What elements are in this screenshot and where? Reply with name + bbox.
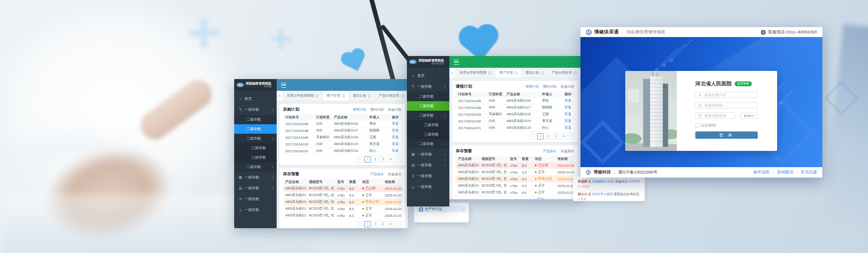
view-link[interactable]: 查看 <box>565 126 571 130</box>
page-button[interactable]: ‹ <box>529 198 536 199</box>
footer-link[interactable]: 操作说明 <box>753 169 777 175</box>
expiry-cell: 2025-01-01 <box>555 177 574 181</box>
captcha-box[interactable]: 6+8=? <box>741 112 758 119</box>
view-link[interactable]: 查看 <box>565 98 571 103</box>
sidebar-item-icon: △ <box>238 208 243 212</box>
main-content: 采购计划 领用计划预约计划高值计划 计划单号订货科室产品名称申请人操作 2017… <box>277 101 408 228</box>
view-link[interactable]: 查看 <box>565 119 571 123</box>
sidebar-item-label: 二级导航 <box>246 117 261 122</box>
plan-type-link[interactable]: 预约计划 <box>370 108 384 112</box>
password-input[interactable] <box>703 103 757 108</box>
sidebar-item[interactable]: 二级导航 ∧ <box>234 134 277 143</box>
page-button[interactable]: 2 <box>372 156 378 163</box>
tab-label: 产品分类设置 <box>379 94 399 98</box>
sidebar-item[interactable]: 三级导航 <box>407 130 449 139</box>
sidebar-item[interactable]: 二级导航 ∨ <box>234 162 277 172</box>
view-link[interactable]: 查看 <box>392 149 399 153</box>
page-button[interactable]: 2 <box>372 221 378 227</box>
stock-type-link[interactable]: 产品库存 <box>370 172 384 177</box>
hamburger-menu-icon[interactable] <box>281 83 286 88</box>
plan-type-link[interactable]: 领用计划 <box>353 108 366 112</box>
sidebar-item[interactable]: 三级导航 <box>234 153 277 162</box>
tab[interactable]: 产品分类设置 <box>375 91 408 101</box>
sidebar-item[interactable]: 二级导航 ∨ <box>407 139 449 149</box>
view-link[interactable]: 查看 <box>392 142 399 146</box>
password-field[interactable] <box>695 102 758 108</box>
tab[interactable]: 产品分类设置 <box>548 68 580 78</box>
tab[interactable]: 用户管理 <box>323 91 349 101</box>
sidebar-item[interactable]: ⊙ 一级导航 <box>407 170 449 181</box>
tab[interactable]: 通知公告 <box>349 91 375 101</box>
page-button[interactable]: 3 <box>552 133 559 140</box>
page-button[interactable]: 2 <box>545 133 551 140</box>
collapse-tabs-icon[interactable]: « <box>449 68 456 78</box>
footer-link[interactable]: 密钥驱动 <box>777 169 801 175</box>
collapse-tabs-icon[interactable]: « <box>277 91 283 101</box>
sidebar-item[interactable]: 二级导航 <box>407 101 449 111</box>
sidebar-item[interactable]: ⌂ 首页 <box>234 93 277 104</box>
plan-type-link[interactable]: 高值计划 <box>388 108 401 112</box>
plan-type-link[interactable]: 高值计划 <box>561 84 574 89</box>
page-button[interactable]: 3 <box>552 198 559 199</box>
stock-type-link[interactable]: 高值库存 <box>561 149 574 154</box>
view-link[interactable]: 查看 <box>392 128 399 132</box>
sidebar-item[interactable]: △ 一级导航 <box>407 181 449 192</box>
page-button[interactable]: 3 <box>380 156 386 163</box>
sidebar-item[interactable]: 三级导航 <box>234 143 277 153</box>
page-button[interactable]: › <box>395 221 401 227</box>
sidebar-item[interactable]: ▤ 一级导航 ∨ <box>234 183 277 193</box>
page-button[interactable]: 1 <box>537 198 543 199</box>
footer-link[interactable]: 常见问题 <box>801 169 817 175</box>
view-link[interactable]: 查看 <box>392 122 399 126</box>
sidebar-item[interactable]: 二级导航 <box>234 115 277 124</box>
page-button[interactable]: 1 <box>364 221 371 227</box>
username-input[interactable] <box>703 93 757 98</box>
sidebar-item[interactable]: ✎ 一级导航 ∧ <box>234 104 277 115</box>
view-link[interactable]: 查看 <box>565 105 571 109</box>
page-button[interactable]: 4 <box>560 133 566 140</box>
tab[interactable]: 资质证件效期预警 <box>456 68 495 78</box>
tab[interactable]: 用户管理 <box>495 68 522 78</box>
page-button[interactable]: ‹ <box>529 133 536 140</box>
license-select[interactable]: ▦ 生产许可证 ∨ <box>417 206 466 212</box>
captcha-field[interactable] <box>695 112 735 119</box>
page-button[interactable]: 3 <box>380 221 386 227</box>
page-button[interactable]: › <box>395 156 401 163</box>
page-button[interactable]: 1 <box>537 133 543 140</box>
hamburger-menu-icon[interactable] <box>454 60 459 65</box>
tab[interactable]: 资质证件效期预警 <box>283 91 323 101</box>
stock-type-link[interactable]: 产品库存 <box>543 149 557 154</box>
username-field[interactable] <box>695 92 758 98</box>
sidebar-item[interactable]: ▦ 一级导航 ∨ <box>234 172 277 183</box>
page-button[interactable]: ‹ <box>357 221 363 227</box>
page-button[interactable]: 4 <box>387 221 394 227</box>
plan-type-link[interactable]: 预约计划 <box>543 84 557 89</box>
plan-type-link[interactable]: 领用计划 <box>525 84 539 89</box>
sidebar-item[interactable]: △ 一级导航 <box>234 204 277 215</box>
page-button[interactable]: › <box>568 133 574 140</box>
captcha-input[interactable] <box>703 113 735 118</box>
sidebar-item[interactable]: 二级导航 <box>407 92 449 101</box>
sidebar-item[interactable]: ✎ 一级导航 ∧ <box>407 81 449 92</box>
view-link[interactable]: 查看 <box>565 112 571 116</box>
feed-link[interactable]: 5月日常小需求 <box>629 180 640 183</box>
sidebar-item[interactable]: ⊙ 一级导航 <box>234 193 277 204</box>
remember-checkbox[interactable]: 记住密码 <box>695 123 777 128</box>
sidebar-item[interactable]: 二级导航 ∧ <box>407 111 449 120</box>
stock-type-link[interactable]: 高值库存 <box>388 172 401 177</box>
page-button[interactable]: 1 <box>364 156 371 163</box>
sidebar-item[interactable]: ▦ 一级导航 ∨ <box>407 149 449 159</box>
view-link[interactable]: 查看 <box>392 135 399 139</box>
tab[interactable]: 通知公告 <box>522 68 548 78</box>
login-button[interactable]: 登 录 <box>695 131 758 139</box>
sidebar-item[interactable]: ▤ 一级导航 ∨ <box>407 159 449 170</box>
page-button[interactable]: 4 <box>387 156 394 163</box>
sidebar-item[interactable]: 二级导航 <box>234 124 277 134</box>
sidebar-item[interactable]: ⌂ 首页 <box>407 70 449 81</box>
sidebar-item[interactable]: 三级导航 <box>407 120 449 130</box>
feed-link[interactable]: 风驰精英小分队 <box>592 180 614 183</box>
page-button[interactable]: ‹ <box>357 156 363 163</box>
page-button[interactable]: 4 <box>560 198 566 199</box>
feed-link[interactable]: 5月日常小需求 <box>592 192 613 196</box>
page-button[interactable]: 2 <box>545 198 551 199</box>
